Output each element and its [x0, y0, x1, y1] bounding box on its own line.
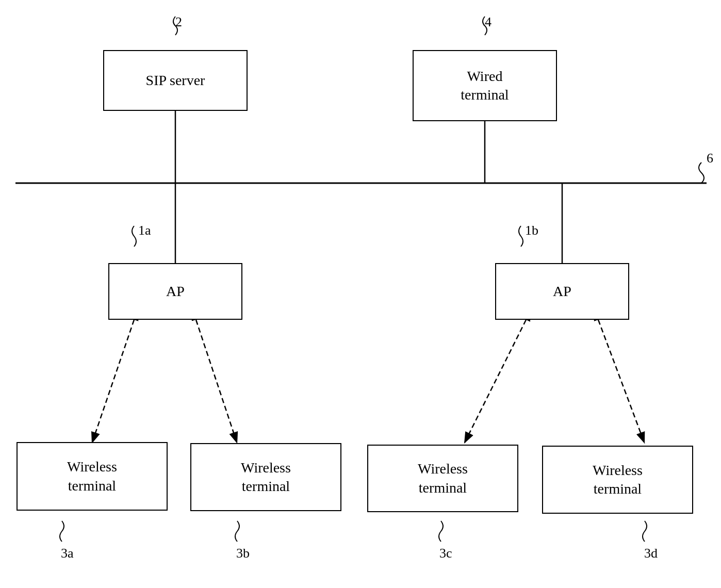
- svg-line-5: [92, 320, 134, 444]
- wireless-terminal-3b: Wirelessterminal: [190, 443, 341, 511]
- wireless-3d-label: Wirelessterminal: [593, 461, 643, 499]
- ref-2: 2: [175, 14, 182, 30]
- svg-line-7: [464, 320, 526, 444]
- sip-server-label: SIP server: [146, 71, 205, 90]
- ap-right-box: AP: [495, 263, 629, 320]
- svg-line-8: [598, 320, 645, 444]
- diagram: SIP server 2 Wiredterminal 4 6 AP 1a AP …: [0, 0, 721, 588]
- ap-right-label: AP: [553, 282, 571, 301]
- ref-1b: 1b: [525, 223, 538, 238]
- ap-left-box: AP: [108, 263, 242, 320]
- ref-4: 4: [485, 14, 491, 30]
- wireless-3c-label: Wirelessterminal: [418, 460, 468, 497]
- ref-3c: 3c: [439, 546, 452, 561]
- ref-3b: 3b: [236, 546, 250, 561]
- wireless-terminal-3c: Wirelessterminal: [367, 445, 518, 512]
- wireless-3b-label: Wirelessterminal: [241, 459, 291, 496]
- ref-6: 6: [707, 151, 713, 166]
- ref-3d: 3d: [644, 546, 658, 561]
- sip-server-box: SIP server: [103, 50, 248, 111]
- wireless-terminal-3a: Wirelessterminal: [17, 442, 168, 511]
- wired-terminal-label: Wiredterminal: [461, 67, 509, 105]
- ref-3a: 3a: [61, 546, 74, 561]
- ref-1a: 1a: [138, 223, 151, 238]
- wireless-3a-label: Wirelessterminal: [67, 458, 117, 495]
- svg-line-6: [196, 320, 237, 444]
- wireless-terminal-3d: Wirelessterminal: [542, 446, 693, 514]
- ap-left-label: AP: [166, 282, 185, 301]
- wired-terminal-box: Wiredterminal: [413, 50, 557, 121]
